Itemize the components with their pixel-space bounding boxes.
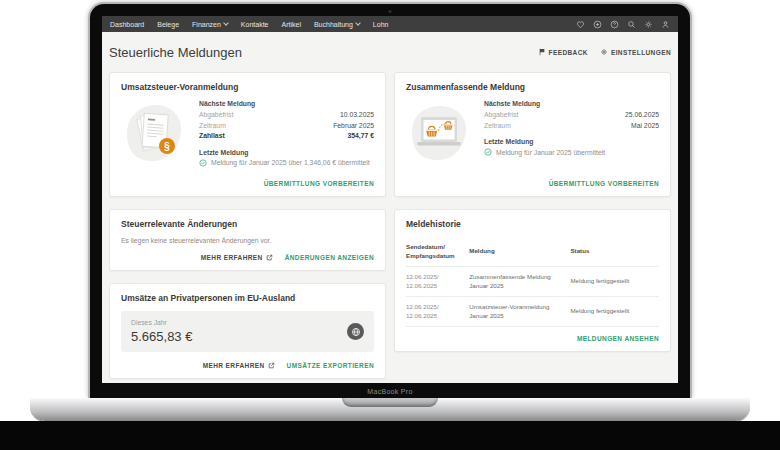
settings-label: EINSTELLUNGEN — [611, 49, 671, 56]
plus-circle-icon[interactable] — [593, 20, 602, 29]
column-header-meldung: Meldung — [469, 247, 570, 256]
export-sales-link[interactable]: UMSÄTZE EXPORTIEREN — [287, 362, 374, 369]
chevron-down-icon — [223, 20, 229, 26]
card-title: Steuerrelevante Änderungen — [121, 219, 374, 229]
gear-icon[interactable] — [644, 20, 653, 29]
external-link-icon — [268, 362, 275, 369]
cell-dates: 12.06.2025/ 12.06.2025 — [406, 303, 469, 320]
help-icon[interactable] — [610, 20, 619, 29]
table-header-row: Sendedatum/ Empfangsdatum Meldung Status — [406, 237, 659, 267]
card-steuerrelevante-aenderungen: Steuerrelevante Änderungen Es liegen kei… — [109, 209, 386, 271]
page-header: Steuerliche Meldungen FEEDBACK EINSTELLU… — [109, 32, 671, 63]
external-link-icon — [266, 254, 273, 261]
row-value: 354,77 € — [348, 131, 374, 142]
cell-dates: 12.06.2025/ 12.06.2025 — [406, 273, 469, 290]
webcam-dot — [389, 10, 392, 13]
nav-item-label: Finanzen — [192, 21, 221, 28]
feedback-button[interactable]: FEEDBACK — [538, 48, 588, 56]
row-label: Abgabefrist — [199, 110, 233, 121]
check-circle-icon — [484, 148, 492, 156]
amount-value: 5.665,83 € — [131, 329, 192, 344]
card-title: Zusammenfassende Meldung — [406, 82, 659, 92]
search-icon[interactable] — [627, 20, 636, 29]
gear-icon — [600, 48, 608, 56]
period-label: Dieses Jahr — [131, 319, 192, 326]
row-value: Februar 2025 — [333, 121, 374, 132]
settings-button[interactable]: EINSTELLUNGEN — [600, 48, 671, 56]
nav-item-buchhaltung[interactable]: Buchhaltung — [314, 21, 360, 28]
row-label: Zahllast — [199, 131, 225, 142]
cell-status: Meldung fertiggestellt — [570, 307, 659, 316]
row-value: 10.03.2025 — [340, 110, 374, 121]
check-circle-icon — [199, 159, 207, 167]
row-label: Abgabefrist — [484, 110, 518, 121]
row-value: 25.06.2025 — [625, 110, 659, 121]
heart-icon[interactable] — [576, 20, 585, 29]
row-label: Zeitraum — [199, 121, 226, 132]
learn-more-link[interactable]: MEHR ERFAHREN — [201, 254, 273, 261]
last-report-heading: Letzte Meldung — [199, 149, 374, 156]
card-title: Umsätze an Privatpersonen im EU-Ausland — [121, 293, 374, 303]
nav-items: Dashboard Belege Finanzen Kontakte Artik… — [110, 21, 388, 28]
card-title: Meldehistorie — [406, 219, 659, 229]
row-value: Mai 2025 — [631, 121, 659, 132]
svg-text:§: § — [164, 140, 170, 152]
nav-item-kontakte[interactable]: Kontakte — [241, 21, 269, 28]
last-report-heading: Letzte Meldung — [484, 138, 659, 145]
card-eu-umsaetze: Umsätze an Privatpersonen im EU-Ausland … — [109, 283, 386, 379]
nav-item-label: Belege — [157, 21, 179, 28]
cell-status: Meldung fertiggestellt — [570, 277, 659, 286]
top-navigation: Dashboard Belege Finanzen Kontakte Artik… — [102, 16, 678, 32]
flag-icon — [538, 48, 546, 56]
learn-more-link[interactable]: MEHR ERFAHREN — [203, 362, 275, 369]
app-screen: Dashboard Belege Finanzen Kontakte Artik… — [102, 16, 678, 383]
prepare-submission-link[interactable]: ÜBERMITTLUNG VORBEREITEN — [549, 180, 659, 187]
table-row: 12.06.2025/ 12.06.2025 Zusammenfassende … — [406, 267, 659, 297]
macbook-hinge-notch — [342, 398, 438, 407]
globe-icon — [351, 327, 361, 337]
nav-item-finanzen[interactable]: Finanzen — [192, 21, 228, 28]
nav-item-belege[interactable]: Belege — [157, 21, 179, 28]
cell-meldung: Umsatzsteuer-Voranmeldung Januar 2025 — [469, 303, 570, 320]
nav-item-dashboard[interactable]: Dashboard — [110, 21, 144, 28]
laptop-shadow — [0, 421, 780, 450]
card-title: Umsatzsteuer-Voranmeldung — [121, 82, 374, 92]
show-changes-link[interactable]: ÄNDERUNGEN ANZEIGEN — [285, 254, 374, 261]
macbook-base — [30, 398, 750, 421]
deadline-row: Abgabefrist10.03.2025 — [199, 110, 374, 121]
card-umsatzsteuer-voranmeldung: Umsatzsteuer-Voranmeldung — [109, 72, 386, 197]
globe-button[interactable] — [347, 323, 364, 340]
nav-item-lohn[interactable]: Lohn — [373, 21, 389, 28]
nav-item-label: Lohn — [373, 21, 389, 28]
page-title: Steuerliche Meldungen — [109, 45, 242, 60]
nav-item-label: Buchhaltung — [314, 21, 353, 28]
last-report-status: Meldung für Januar 2025 übermittelt — [484, 148, 659, 156]
laptop-baskets-illustration — [406, 100, 472, 170]
deadline-row: Abgabefrist25.06.2025 — [484, 110, 659, 121]
card-meldehistorie: Meldehistorie Sendedatum/ Empfangsdatum … — [394, 209, 671, 352]
nav-item-label: Kontakte — [241, 21, 269, 28]
column-header-dates: Sendedatum/ Empfangsdatum — [406, 243, 469, 260]
documents-illustration: § — [121, 100, 187, 170]
nav-item-label: Dashboard — [110, 21, 144, 28]
status-text: Meldung für Januar 2025 übermittelt — [496, 149, 605, 156]
column-header-status: Status — [570, 247, 659, 256]
no-changes-text: Es liegen keine steuerrelevanten Änderun… — [121, 237, 374, 244]
tax-due-row: Zahllast354,77 € — [199, 131, 374, 142]
macbook-lid: Dashboard Belege Finanzen Kontakte Artik… — [88, 2, 692, 398]
user-icon[interactable] — [661, 20, 670, 29]
prepare-submission-link[interactable]: ÜBERMITTLUNG VORBEREITEN — [264, 180, 374, 187]
chevron-down-icon — [355, 20, 361, 26]
view-reports-link[interactable]: MELDUNGEN ANSEHEN — [577, 335, 659, 342]
nav-item-label: Artikel — [281, 21, 300, 28]
period-row: ZeitraumFebruar 2025 — [199, 121, 374, 132]
report-history-table: Sendedatum/ Empfangsdatum Meldung Status… — [406, 237, 659, 327]
card-zusammenfassende-meldung: Zusammenfassende Meldung — [394, 72, 671, 197]
learn-more-label: MEHR ERFAHREN — [203, 362, 265, 369]
screenshot-stage: Dashboard Belege Finanzen Kontakte Artik… — [0, 0, 780, 450]
table-row: 12.06.2025/ 12.06.2025 Umsatzsteuer-Vora… — [406, 297, 659, 327]
macbook-label: MacBook Pro — [90, 388, 690, 395]
nav-item-artikel[interactable]: Artikel — [281, 21, 300, 28]
app-content: Steuerliche Meldungen FEEDBACK EINSTELLU… — [102, 32, 678, 383]
next-report-heading: Nächste Meldung — [199, 100, 374, 107]
